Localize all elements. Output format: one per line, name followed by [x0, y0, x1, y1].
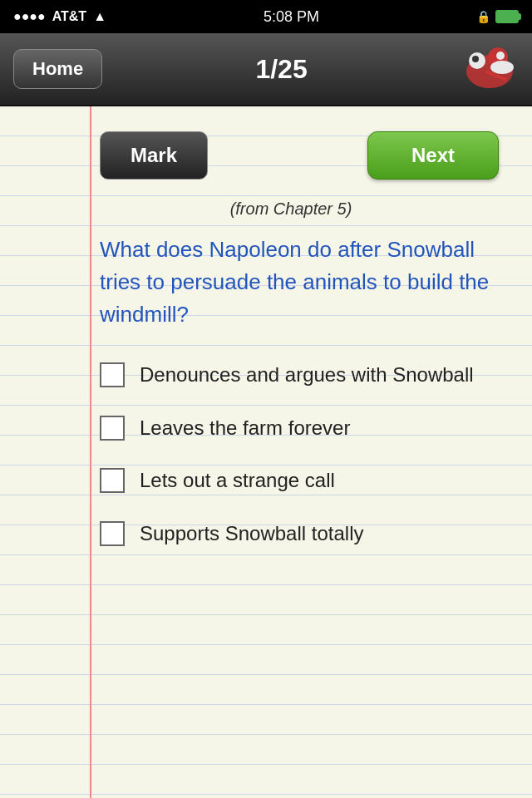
mark-button[interactable]: Mark — [100, 131, 208, 180]
svg-point-4 — [472, 56, 479, 62]
status-time: 5:08 PM — [264, 8, 319, 26]
status-right: 🔒 — [476, 10, 519, 23]
progress-indicator: 1/25 — [255, 54, 307, 85]
lock-icon: 🔒 — [476, 10, 490, 23]
next-button[interactable]: Next — [367, 131, 499, 180]
checkbox-a[interactable] — [100, 362, 125, 387]
signal-bars: ●●●● — [13, 9, 46, 24]
home-button[interactable]: Home — [13, 49, 102, 89]
answer-text-d: Supports Snowball totally — [140, 520, 363, 548]
checkbox-c[interactable] — [100, 468, 125, 493]
answer-text-a: Denounces and argues with Snowball — [140, 361, 474, 389]
question-text: What does Napoleon do after Snowball tri… — [100, 234, 507, 331]
content-area: Mark Next (from Chapter 5) What does Nap… — [0, 106, 532, 798]
answer-option-a: Denounces and argues with Snowball — [100, 361, 507, 389]
checkbox-b[interactable] — [100, 416, 125, 441]
toolbar: Mark Next — [100, 131, 507, 180]
answer-option-b: Leaves the farm forever — [100, 414, 507, 442]
status-bar: ●●●● AT&T ▲ 5:08 PM 🔒 — [0, 0, 532, 33]
svg-point-5 — [496, 52, 505, 60]
answer-text-b: Leaves the farm forever — [140, 414, 350, 442]
nav-mascot-icon — [461, 42, 519, 96]
nav-bar: Home 1/25 — [0, 33, 532, 106]
inner-content: Mark Next (from Chapter 5) What does Nap… — [0, 123, 532, 589]
wifi-icon: ▲ — [93, 9, 106, 24]
chapter-label: (from Chapter 5) — [100, 200, 507, 219]
answer-text-c: Lets out a strange call — [140, 466, 335, 495]
carrier-label: AT&T — [52, 9, 86, 24]
answer-option-c: Lets out a strange call — [100, 466, 507, 495]
battery-icon — [495, 10, 519, 23]
status-left: ●●●● AT&T ▲ — [13, 9, 106, 24]
answer-option-d: Supports Snowball totally — [100, 520, 507, 548]
svg-point-3 — [490, 61, 514, 74]
checkbox-d[interactable] — [100, 521, 125, 546]
